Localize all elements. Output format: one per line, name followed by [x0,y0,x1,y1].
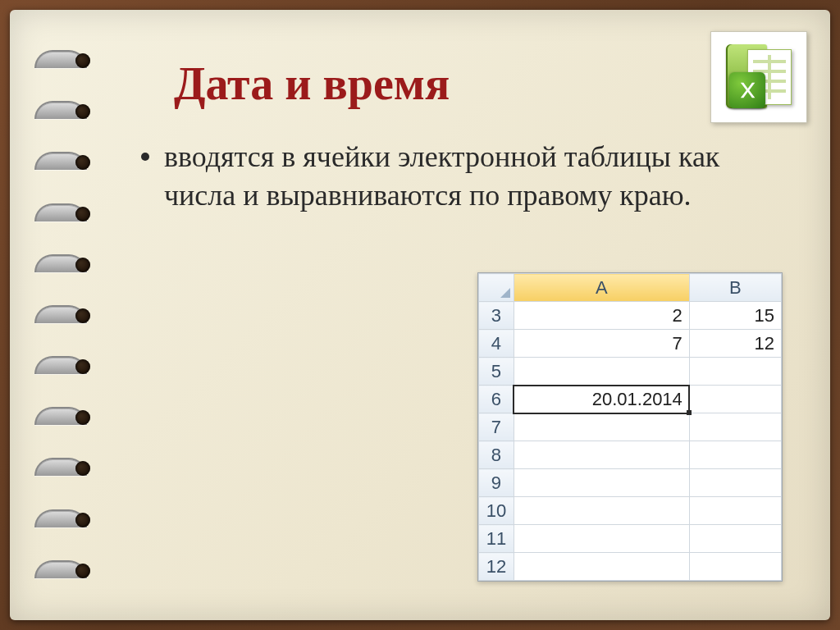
cell-B4[interactable]: 12 [689,330,781,358]
spreadsheet-sample: A B 3 2 15 4 7 12 5 [477,272,783,582]
cell-A4[interactable]: 7 [514,330,689,358]
cell-A7[interactable] [514,413,689,441]
cell-A10[interactable] [514,497,689,525]
cell-B11[interactable] [689,525,781,553]
cell-A5[interactable] [514,358,689,386]
cell-B9[interactable] [689,469,781,497]
column-header-A[interactable]: A [514,274,689,302]
row-header[interactable]: 12 [479,553,514,581]
row-header[interactable]: 7 [479,413,514,441]
column-header-B[interactable]: B [689,274,781,302]
bullet-icon [141,153,149,161]
cell-B12[interactable] [689,553,781,581]
excel-app-icon [710,31,807,123]
select-all-corner[interactable] [479,274,514,302]
cell-B6[interactable] [689,386,781,413]
row-header[interactable]: 9 [479,469,514,497]
slide-paper: Дата и время вводятся в ячейки электронн… [10,10,830,620]
row-header[interactable]: 11 [479,525,514,553]
cell-A9[interactable] [514,469,689,497]
spiral-binding [34,10,100,620]
cell-A8[interactable] [514,441,689,469]
row-header[interactable]: 3 [479,302,514,330]
excel-x-icon [729,72,765,108]
bullet-text: вводятся в ячейки электронной таблицы ка… [164,138,765,215]
row-header[interactable]: 5 [479,358,514,386]
cell-A11[interactable] [514,525,689,553]
cell-B7[interactable] [689,413,781,441]
cell-A12[interactable] [514,553,689,581]
slide-frame: Дата и время вводятся в ячейки электронн… [0,0,840,630]
cell-B3[interactable]: 15 [689,302,781,330]
cell-B8[interactable] [689,441,781,469]
slide-title: Дата и время [174,57,781,110]
cell-A3[interactable]: 2 [514,302,689,330]
cell-A6[interactable]: 20.01.2014 [514,386,689,413]
cell-B10[interactable] [689,497,781,525]
row-header[interactable]: 10 [479,497,514,525]
row-header[interactable]: 8 [479,441,514,469]
cell-B5[interactable] [689,358,781,386]
row-header[interactable]: 6 [479,386,514,413]
row-header[interactable]: 4 [479,330,514,358]
slide-body: вводятся в ячейки электронной таблицы ка… [141,138,765,215]
